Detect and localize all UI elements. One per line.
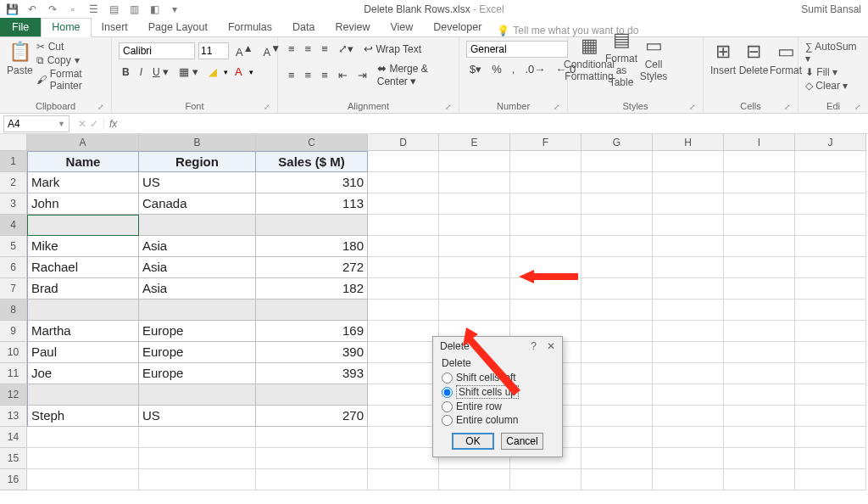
col-header-J[interactable]: J [795, 134, 866, 151]
cell[interactable] [368, 151, 439, 172]
radio-input[interactable] [442, 401, 453, 412]
cell[interactable] [653, 406, 724, 427]
cell[interactable] [368, 448, 439, 469]
cell[interactable] [653, 257, 724, 278]
cell[interactable] [795, 151, 866, 172]
col-header-H[interactable]: H [653, 134, 724, 151]
cell[interactable] [368, 406, 439, 427]
cell[interactable] [653, 172, 724, 193]
close-icon[interactable]: ✕ [547, 340, 555, 352]
cell[interactable] [653, 300, 724, 321]
cell[interactable] [581, 236, 653, 257]
cell[interactable]: Asia [139, 236, 256, 257]
row-header[interactable]: 15 [0, 448, 27, 469]
cell[interactable] [795, 278, 866, 300]
cell[interactable] [439, 193, 510, 215]
indent-increase-icon[interactable]: ⇥ [354, 67, 370, 83]
cell[interactable] [368, 300, 439, 321]
name-box[interactable]: A4▼ [3, 115, 70, 132]
cell[interactable] [510, 172, 581, 193]
cell[interactable]: 182 [256, 278, 368, 300]
tab-data[interactable]: Data [282, 19, 325, 36]
radio-input[interactable] [442, 372, 453, 384]
format-as-table-button[interactable]: ▤Format as Table [607, 41, 636, 76]
radio-option[interactable]: Shift cells up [442, 385, 554, 399]
cell[interactable]: Canada [139, 193, 256, 215]
table-header-cell[interactable]: Name [27, 151, 139, 172]
cell[interactable] [724, 427, 795, 448]
row-header[interactable]: 11 [0, 363, 27, 384]
align-top-icon[interactable]: ≡ [285, 41, 298, 57]
cell[interactable] [653, 236, 724, 257]
cell[interactable]: Mark [27, 172, 139, 193]
cell[interactable] [510, 257, 581, 278]
cell[interactable] [510, 469, 581, 490]
cell[interactable] [581, 193, 653, 215]
cell[interactable] [581, 342, 653, 363]
bold-button[interactable]: B [119, 64, 133, 80]
cell[interactable] [256, 384, 368, 406]
cell[interactable] [581, 427, 653, 448]
border-button[interactable]: ▦ ▾ [175, 64, 202, 80]
cell[interactable] [581, 321, 653, 342]
clear-button[interactable]: ◇ Clear ▾ [805, 80, 861, 92]
cell[interactable]: Joe [27, 363, 139, 384]
cell[interactable] [368, 469, 439, 490]
radio-option[interactable]: Shift cells left [442, 372, 554, 384]
cell[interactable] [368, 427, 439, 448]
cell[interactable] [368, 193, 439, 215]
enter-formula-icon[interactable]: ✓ [90, 118, 98, 130]
cell[interactable] [581, 363, 653, 384]
cell[interactable] [653, 342, 724, 363]
fill-color-button[interactable]: ◢ [205, 64, 220, 80]
cell[interactable] [439, 236, 510, 257]
cell[interactable] [581, 384, 653, 406]
cell[interactable]: Europe [139, 321, 256, 342]
number-format-select[interactable] [466, 41, 568, 58]
cell[interactable] [256, 448, 368, 469]
cell[interactable] [368, 257, 439, 278]
cell[interactable] [724, 236, 795, 257]
cell[interactable] [368, 342, 439, 363]
cell[interactable] [724, 172, 795, 193]
qat-icon[interactable]: ▤ [107, 3, 120, 15]
font-color-button[interactable]: A [231, 64, 246, 80]
cell[interactable] [724, 363, 795, 384]
cell[interactable]: Asia [139, 278, 256, 300]
cell[interactable] [581, 469, 653, 490]
tab-insert[interactable]: Insert [92, 19, 138, 36]
cell[interactable] [510, 278, 581, 300]
tab-formulas[interactable]: Formulas [218, 19, 282, 36]
col-header-C[interactable]: C [256, 134, 368, 151]
align-center-icon[interactable]: ≡ [302, 67, 315, 83]
row-header[interactable]: 12 [0, 384, 27, 406]
save-icon[interactable]: 💾 [5, 3, 19, 15]
col-header-D[interactable]: D [368, 134, 439, 151]
cell[interactable] [795, 448, 866, 469]
cell[interactable] [795, 427, 866, 448]
cell[interactable]: 393 [256, 363, 368, 384]
cell[interactable] [724, 469, 795, 490]
cell[interactable] [368, 172, 439, 193]
increase-decimal-icon[interactable]: .0→ [521, 61, 548, 77]
cell[interactable] [27, 469, 139, 490]
cell[interactable]: Rachael [27, 257, 139, 278]
cell[interactable] [724, 278, 795, 300]
format-painter-button[interactable]: 🖌Format Painter [36, 68, 104, 92]
col-header-E[interactable]: E [439, 134, 510, 151]
cell[interactable] [795, 215, 866, 236]
cell[interactable] [724, 300, 795, 321]
cell[interactable] [795, 469, 866, 490]
cell[interactable] [510, 236, 581, 257]
percent-format-icon[interactable]: % [488, 61, 505, 77]
cell[interactable] [795, 300, 866, 321]
cancel-formula-icon[interactable]: ✕ [78, 118, 86, 130]
row-header[interactable]: 7 [0, 278, 27, 300]
cell[interactable] [139, 427, 256, 448]
cell[interactable] [256, 300, 368, 321]
cell[interactable] [653, 321, 724, 342]
cell[interactable]: 169 [256, 321, 368, 342]
autosum-button[interactable]: ∑ AutoSum ▾ [805, 41, 861, 64]
cell[interactable] [653, 469, 724, 490]
cell[interactable] [256, 469, 368, 490]
